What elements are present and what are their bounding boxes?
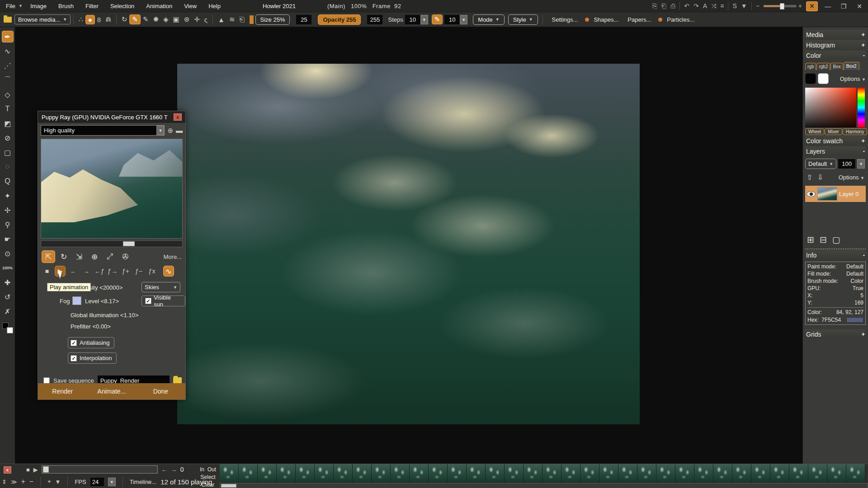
filmstrip-scrollbar[interactable] [220,483,868,488]
background-color-swatch[interactable] [7,327,13,333]
visible-sun-checkbox[interactable]: ✓ [145,298,151,304]
color-tab-box2[interactable]: Box2 [844,62,859,70]
smear-tool[interactable]: ∿ [2,45,14,57]
animate-button[interactable]: Animate... [87,388,137,395]
brush-size-button[interactable]: Size 25% [255,14,290,25]
fan-icon[interactable]: ≋ [227,15,237,23]
frame-thumbnail[interactable] [277,464,296,483]
primary-color-swatch[interactable] [805,73,816,84]
toolbar-menu-papers[interactable]: Papers... [627,16,651,23]
timeline-position-slider[interactable] [42,465,158,474]
frame-thumbnail[interactable] [751,464,770,483]
collapse-icon[interactable]: - [863,52,865,59]
browse-media-dropdown[interactable]: Browse media... ▼ [14,14,71,24]
film-advance-icon[interactable]: ≫ [11,479,17,485]
frame-thumbnail[interactable] [429,464,448,483]
menu-animation[interactable]: Animation [140,3,178,9]
frame-thumbnail[interactable] [656,464,675,483]
text-tool[interactable]: T [2,103,14,115]
color-tab-rgb2[interactable]: rgb2 [816,63,830,70]
stop-icon[interactable]: ■ [42,266,52,277]
remove-frame-icon[interactable]: − [29,478,33,486]
dialog-close-button[interactable]: x [174,113,182,121]
out-button[interactable]: Out [208,466,216,473]
fps-value-field[interactable]: 24 [90,478,104,486]
global-illumination-label[interactable]: Global illumination <1.10> [71,312,185,319]
brush-steps-field[interactable]: 10 [444,15,460,24]
ui-zoom-track[interactable] [764,5,796,7]
frame-thumbnail[interactable] [505,464,524,483]
step-back-icon[interactable]: ← [68,266,79,277]
main-canvas[interactable] [177,64,640,424]
frame-thumbnail[interactable] [770,464,789,483]
frame-thumbnail[interactable] [561,464,580,483]
clear-keys-icon[interactable]: ƒx [146,266,157,277]
color-tab-rgb[interactable]: rgb [805,63,816,70]
media-section-header[interactable]: Media+ [805,30,866,39]
info-section-header[interactable]: Info- [805,250,866,260]
dots-icon[interactable]: ∴ [76,15,85,23]
frame-thumbnail[interactable] [391,464,410,483]
frame-thumbnail[interactable] [618,464,637,483]
redo-icon[interactable]: ↷ [693,0,699,12]
size-value-field[interactable]: 25 [296,15,311,24]
wand-tool[interactable]: ✦ [2,190,14,202]
pen-square-icon[interactable]: ▣ [171,15,182,23]
layer-options-dropdown[interactable]: Options ▼ [839,174,864,181]
hue-strip[interactable] [858,88,865,127]
swap-icon[interactable]: ⤨ [711,0,716,12]
loupe-tool[interactable]: ⊙ [2,248,14,259]
minimize-dialog-icon[interactable]: ▬ [176,127,183,134]
skies-dropdown[interactable]: Skies▼ [142,282,180,292]
window-minimize-button[interactable]: — [822,3,834,10]
new-layer-icon[interactable]: ▢ [832,235,840,245]
color-swatch-pair[interactable] [2,323,13,333]
select-button[interactable]: Select [200,474,215,480]
frame-thumbnail[interactable] [694,464,713,483]
frame-thumbnail[interactable] [315,464,334,483]
wheel-tab-harmony[interactable]: Harmony [843,128,868,135]
render-button[interactable]: Render [38,388,87,395]
more-link[interactable]: More... [164,253,182,260]
window-close-button[interactable]: ✕ [854,3,865,10]
star-box-icon[interactable]: ⊛ [182,15,192,23]
refresh-icon[interactable]: ↻ [119,15,130,23]
pencil-draw-icon[interactable]: ✎ [129,14,141,24]
prev-key-icon[interactable]: ←ƒ [94,266,105,277]
add-layer-icon[interactable]: ⊞ [807,235,814,245]
frame-thumbnail[interactable] [410,464,429,483]
render-preview[interactable] [41,139,183,239]
frame-thumbnail[interactable] [675,464,694,483]
visible-sun-checkbox-group[interactable]: ✓ Visible sun [142,296,185,306]
frame-thumbnail[interactable] [524,464,542,483]
menu-brush[interactable]: Brush [52,3,80,9]
target-icon[interactable]: ◈ [161,15,171,23]
brush-shape-icon[interactable]: ● [85,15,95,24]
camera-view-icon[interactable]: ✇ [118,250,132,263]
dialog-title-bar[interactable]: Puppy Ray (GPU) NVIDIA GeForce GTX 1660 … [38,111,185,123]
arrow-tool[interactable]: ✢ [2,204,14,216]
gradient-tool[interactable]: ◩ [2,117,14,129]
filmstrip-scroll-handle[interactable] [221,484,236,488]
add-key-icon[interactable]: ƒ+ [120,266,131,277]
mode-dropdown[interactable]: Mode▼ [473,14,504,25]
next-key-icon[interactable]: ƒ→ [107,266,118,277]
clamp-icon[interactable]: ⋒ [103,15,113,23]
automate-icon[interactable]: A [703,0,707,12]
frame-thumbnail[interactable] [220,464,239,483]
zoom-in-icon[interactable]: + [798,0,802,12]
zoom-out-icon[interactable]: − [756,0,760,12]
steps-dropdown-button[interactable]: ▼ [420,15,428,24]
frame-thumbnail[interactable] [732,464,751,483]
collapse-icon[interactable]: - [863,148,865,155]
undo-icon[interactable]: ↶ [684,0,689,12]
page-turn-icon[interactable]: ⎗ [237,15,247,23]
filmstrip[interactable] [220,464,868,483]
prefilter-label[interactable]: Prefilter <0.00> [71,323,185,330]
frame-thumbnail[interactable] [486,464,505,483]
dual-dot-icon[interactable]: 8 [95,16,103,23]
script-icon[interactable]: S [732,0,736,12]
toolbar-menu-particles[interactable]: Particles... [667,16,694,23]
mountain-icon[interactable]: ▲ [216,16,227,23]
camera-zoom-icon[interactable]: ⤢ [103,250,117,263]
